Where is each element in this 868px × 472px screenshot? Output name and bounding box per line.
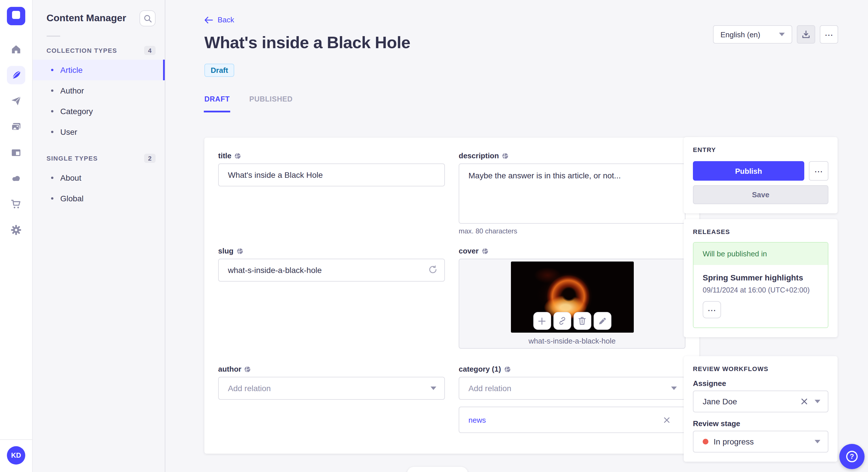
chevron-down-icon: [815, 400, 820, 403]
edit-media-button[interactable]: [593, 312, 611, 330]
review-stage-label: Review stage: [693, 419, 828, 428]
avatar[interactable]: KD: [7, 446, 25, 465]
description-field-label: description: [459, 151, 499, 160]
tab-draft-label: DRAFT: [205, 95, 229, 103]
refresh-icon: [428, 264, 438, 275]
release-more-button[interactable]: ⋯: [703, 301, 721, 318]
author-placeholder: Add relation: [228, 384, 271, 393]
field-category: category (1) Add relation news: [459, 365, 685, 433]
publish-button[interactable]: Publish: [693, 161, 804, 181]
slug-input[interactable]: [218, 259, 445, 281]
review-workflows-panel: REVIEW WORKFLOWS Assignee Jane Doe Revie…: [684, 356, 838, 462]
description-textarea[interactable]: Maybe the answer is in this article, or …: [459, 164, 685, 224]
sidebar-item-article[interactable]: Article: [33, 60, 165, 80]
pencil-icon: [598, 317, 606, 325]
release-card: Will be published in Spring Summer highl…: [693, 242, 828, 328]
chevron-down-icon: [779, 33, 785, 36]
tab-published[interactable]: PUBLISHED: [249, 92, 292, 112]
assignee-label: Assignee: [693, 379, 828, 388]
main-content: Back What's inside a Black Hole Draft En…: [165, 0, 868, 472]
locale-value: English (en): [720, 30, 761, 39]
home-icon[interactable]: [7, 40, 25, 59]
review-stage-select[interactable]: In progress: [693, 431, 828, 452]
assignee-value: Jane Doe: [703, 397, 737, 406]
collapsed-component-peek[interactable]: [407, 467, 468, 472]
entry-panel: ENTRY Publish ⋯ Save: [684, 137, 838, 213]
slug-field-label: slug: [218, 247, 234, 255]
relation-news-link[interactable]: news: [468, 415, 486, 424]
releases-panel: RELEASES Will be published in Spring Sum…: [684, 219, 838, 337]
link-icon: [558, 316, 566, 325]
media-library-icon[interactable]: [7, 117, 25, 136]
release-title: Spring Summer highlights: [703, 273, 818, 282]
field-cover: cover: [459, 247, 685, 349]
help-button[interactable]: ?: [839, 444, 865, 469]
title-input[interactable]: [218, 164, 445, 187]
globe-icon: [502, 152, 508, 159]
cloud-icon[interactable]: [7, 169, 25, 188]
field-title: title: [218, 151, 445, 187]
delete-media-button[interactable]: [573, 312, 591, 330]
question-mark-icon: ?: [846, 451, 858, 462]
category-relation-combobox[interactable]: Add relation: [459, 377, 685, 400]
category-relation-item: news: [459, 407, 685, 433]
section-label-collection-types: COLLECTION TYPES: [46, 47, 117, 54]
sidebar-item-category[interactable]: Category: [33, 101, 165, 122]
field-author: author Add relation: [218, 365, 445, 400]
download-button[interactable]: [797, 25, 815, 43]
sidebar-item-author[interactable]: Author: [33, 80, 165, 101]
cover-filename: what-s-inside-a-black-hole: [528, 337, 615, 345]
header-more-button[interactable]: ⋯: [820, 25, 838, 43]
status-badge: Draft: [205, 64, 235, 77]
header-controls: English (en) ⋯: [713, 25, 838, 43]
bullet-icon: [51, 69, 53, 71]
paper-plane-icon[interactable]: [7, 92, 25, 110]
bullet-icon: [51, 177, 53, 179]
sidebar-item-about[interactable]: About: [33, 167, 165, 188]
sidebar-item-user[interactable]: User: [33, 122, 165, 142]
cover-actions: [533, 312, 611, 330]
category-field-label: category (1): [459, 365, 501, 373]
edit-form-card: title description: [205, 138, 699, 453]
back-link[interactable]: Back: [205, 15, 234, 24]
subnav-divider: [46, 36, 60, 37]
remove-relation-button[interactable]: [663, 417, 670, 423]
bullet-icon: [51, 110, 53, 112]
sidebar-item-label: Article: [60, 65, 83, 74]
search-button[interactable]: [140, 10, 156, 26]
sidebar-item-global[interactable]: Global: [33, 188, 165, 209]
content-manager-subnav: Content Manager COLLECTION TYPES 4 Artic…: [33, 0, 165, 472]
single-types-count: 2: [144, 154, 156, 163]
releases-panel-title: RELEASES: [693, 228, 828, 235]
clear-assignee-button[interactable]: [801, 398, 808, 405]
back-label: Back: [218, 15, 234, 24]
icon-rail: KD: [0, 0, 33, 472]
entry-more-button[interactable]: ⋯: [809, 161, 828, 181]
sidebar-item-label: Category: [60, 107, 93, 116]
rail-footer: KD: [0, 439, 32, 472]
bullet-icon: [51, 197, 53, 200]
layout-builder-icon[interactable]: [7, 143, 25, 162]
globe-icon: [482, 247, 488, 255]
chevron-down-icon: [431, 386, 436, 390]
add-media-button[interactable]: [533, 312, 551, 330]
strapi-logo[interactable]: [7, 7, 25, 25]
copy-link-button[interactable]: [553, 312, 571, 330]
review-stage-value: In progress: [714, 437, 754, 446]
ellipsis-icon: ⋯: [708, 305, 716, 314]
sidebar-item-label: Author: [60, 86, 84, 95]
content-manager-feather-icon[interactable]: [7, 66, 25, 84]
version-tabs: DRAFT PUBLISHED: [205, 92, 293, 112]
bullet-icon: [51, 131, 53, 133]
author-relation-combobox[interactable]: Add relation: [218, 377, 445, 400]
release-date: 09/11/2024 at 16:00 (UTC+02:00): [703, 286, 818, 294]
gear-icon[interactable]: [7, 221, 25, 239]
cover-image-black-hole[interactable]: [510, 262, 633, 333]
cart-icon[interactable]: [7, 195, 25, 213]
save-button[interactable]: Save: [693, 185, 828, 204]
assignee-select[interactable]: Jane Doe: [693, 391, 828, 412]
close-icon: [663, 417, 670, 423]
regenerate-slug-button[interactable]: [428, 264, 438, 277]
locale-select[interactable]: English (en): [713, 25, 792, 43]
tab-draft[interactable]: DRAFT: [205, 92, 229, 112]
